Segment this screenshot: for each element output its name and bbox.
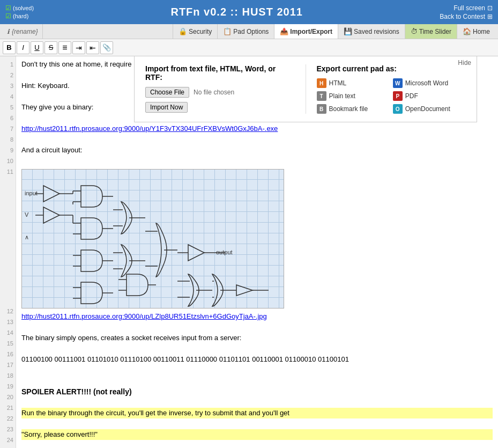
attach-button[interactable]: 📎 — [100, 41, 113, 54]
svg-text:V: V — [25, 211, 29, 218]
plain-label: Plain text — [329, 92, 355, 100]
line-18: 01100100 00111001 01101010 01110100 0011… — [21, 354, 493, 365]
home-icon: 🏠 — [463, 27, 471, 35]
underline-button[interactable]: U — [31, 41, 43, 54]
line-11: input V ∧ output — [21, 169, 493, 309]
line-num-12: 12 — [0, 306, 13, 317]
svg-marker-0 — [43, 186, 60, 202]
pad-options-label: Pad Options — [233, 28, 269, 35]
line-num-18: 18 — [0, 370, 13, 381]
pad-options-icon: 📋 — [223, 27, 232, 35]
status-labels: ☑ (solved) ☑ (hard) — [5, 4, 34, 20]
nav-tabs: 🔒 Security 📋 Pad Options 📤 Import/Export… — [173, 24, 495, 39]
svg-text:input: input — [25, 190, 38, 196]
line-num-23: 23 — [0, 424, 13, 435]
back-label: Back to Contest — [440, 13, 485, 20]
bookmark-icon: B — [317, 104, 326, 114]
line-num-2: 2 — [0, 70, 13, 80]
circuit-link[interactable]: http://hust2011.rtfn.prosauce.org:9000/u… — [21, 312, 267, 320]
hard-status: ☑ (hard) — [5, 12, 34, 20]
export-section: Export current pad as: H HTML W Microsof… — [317, 64, 466, 114]
svg-marker-3 — [43, 207, 60, 223]
export-title: Export current pad as: — [317, 64, 466, 73]
no-file-text: No file chosen — [194, 89, 234, 96]
export-bookmark[interactable]: B Bookmark file — [317, 104, 390, 114]
circuit-diagram: input V ∧ output — [21, 169, 284, 309]
italic-button[interactable]: I — [17, 41, 29, 54]
export-pdf[interactable]: P PDF — [393, 91, 466, 101]
indent-out-button[interactable]: ⇤ — [86, 41, 99, 54]
line-num-19: 19 — [0, 381, 13, 392]
home-label: Home — [473, 28, 490, 35]
rename-label: {rename} — [12, 28, 38, 35]
line-21 — [21, 397, 493, 408]
line-num-7: 7 — [0, 123, 13, 134]
choose-file-button[interactable]: Choose File — [145, 87, 189, 98]
line-num-24: 24 — [0, 435, 13, 445]
check2-icon: ☑ — [5, 12, 11, 20]
toolbar: B I U S ≡ ⇥ ⇤ 📎 — [0, 39, 498, 56]
export-bold: Export — [317, 64, 340, 73]
tab-pad-options[interactable]: 📋 Pad Options — [217, 24, 274, 39]
plain-icon: T — [317, 91, 326, 101]
indent-in-button[interactable]: ⇥ — [72, 41, 85, 54]
rename-area[interactable]: ℹ {rename} — [3, 24, 43, 39]
fullscreen-icon: ⊡ — [487, 4, 493, 12]
export-html[interactable]: H HTML — [317, 78, 390, 88]
export-plain[interactable]: T Plain text — [317, 91, 390, 101]
line-spoiler: SPOILER ALERT!!!! (not really) — [21, 386, 493, 397]
import-now-button[interactable]: Import Now — [145, 102, 188, 113]
export-grid: H HTML W Microsoft Word T Plain text P P… — [317, 78, 466, 114]
solved-status: ☑ (solved) — [5, 4, 34, 12]
export-suffix: current pad as: — [340, 64, 397, 73]
tab-saved-revisions[interactable]: 💾 Saved revisions — [338, 24, 405, 39]
tab-import-export[interactable]: 📤 Import/Export — [274, 24, 338, 39]
circuit-svg: input V ∧ output — [22, 170, 284, 309]
export-opendoc[interactable]: O OpenDocument — [393, 104, 466, 114]
fullscreen-button[interactable]: Full screen ⊡ — [454, 4, 493, 12]
tab-time-slider[interactable]: ⏱ Time Slider — [405, 24, 457, 39]
top-right-actions: Full screen ⊡ Back to Contest ⊞ — [440, 4, 493, 20]
line-num-8: 8 — [0, 134, 13, 145]
import-title: Import from text file, HTML, Word, or RT… — [145, 64, 295, 82]
import-export-label: Import/Export — [290, 28, 332, 35]
svg-marker-27 — [188, 245, 204, 261]
security-label: Security — [189, 28, 212, 35]
svg-text:output: output — [216, 249, 233, 255]
hide-button[interactable]: Hide — [458, 59, 471, 67]
pdf-icon: P — [393, 91, 403, 101]
strikethrough-button[interactable]: S — [44, 41, 57, 54]
bold-button[interactable]: B — [3, 41, 16, 54]
html-label: HTML — [329, 79, 347, 87]
top-bar: ☑ (solved) ☑ (hard) RTFn v0.2 :: HUST 20… — [0, 0, 498, 24]
line-15 — [21, 322, 493, 333]
choose-file-row: Choose File No file chosen — [145, 87, 295, 98]
time-slider-label: Time Slider — [419, 28, 451, 35]
tab-security[interactable]: 🔒 Security — [173, 24, 217, 39]
import-section: Import from text file, HTML, Word, or RT… — [145, 64, 306, 114]
line-23 — [21, 440, 493, 448]
line-num-11: 11 — [0, 166, 13, 177]
line-num-21: 21 — [0, 402, 13, 413]
binary-link[interactable]: http://hust2011.rtfn.prosauce.org:9000/u… — [21, 124, 278, 133]
bookmark-label: Bookmark file — [329, 105, 368, 113]
line-10 — [21, 156, 493, 166]
line-num-17: 17 — [0, 359, 13, 370]
pdf-label: PDF — [405, 92, 418, 100]
back-to-contest-button[interactable]: Back to Contest ⊞ — [440, 13, 493, 20]
line-7: http://hust2011.rtfn.prosauce.org:9000/u… — [21, 123, 493, 134]
html-icon: H — [317, 78, 326, 88]
export-word[interactable]: W Microsoft Word — [393, 78, 466, 88]
tab-home[interactable]: 🏠 Home — [457, 24, 495, 39]
line-num-5: 5 — [0, 102, 13, 113]
line-num-4: 4 — [0, 91, 13, 102]
opendoc-label: OpenDocument — [405, 105, 450, 113]
line-8 — [21, 134, 493, 145]
app-title: RTFn v0.2 :: HUST 2011 — [170, 6, 303, 18]
word-icon: W — [393, 78, 403, 88]
line-num-20: 20 — [0, 392, 13, 402]
line-22 — [21, 418, 493, 429]
bullet-button[interactable]: ≡ — [58, 41, 71, 54]
line-numbers: 1 2 3 4 5 6 7 8 9 10 11 12 13 14 15 16 1… — [0, 56, 16, 448]
line-9: And a circuit layout: — [21, 145, 493, 156]
